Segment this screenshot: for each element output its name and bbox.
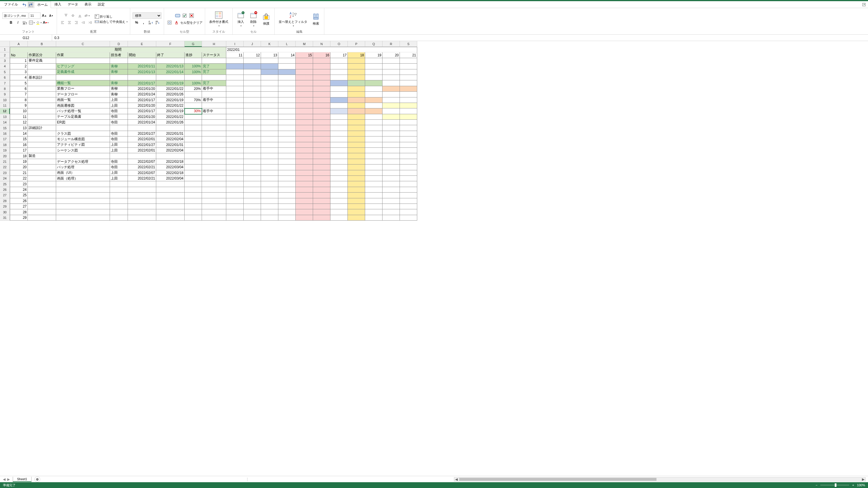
col-header[interactable]: E [128, 41, 156, 47]
cell-status[interactable] [202, 193, 226, 198]
gantt-cell[interactable] [226, 148, 244, 153]
cell-progress[interactable] [185, 125, 202, 131]
gantt-cell[interactable] [226, 142, 244, 148]
menu-file[interactable]: ファイル [1, 1, 21, 8]
cell-category[interactable] [28, 193, 56, 198]
formula-input[interactable]: 0.3 [52, 35, 868, 41]
cell-task[interactable]: バッチ処理一覧 [56, 108, 110, 114]
redo-icon[interactable] [28, 2, 34, 7]
cell-progress[interactable] [185, 170, 202, 176]
gantt-cell[interactable] [382, 187, 400, 193]
gantt-cell[interactable] [331, 131, 348, 136]
cell-no[interactable]: 24 [10, 187, 28, 193]
cell-end[interactable]: 2022/01/19 [156, 80, 185, 86]
cell-category[interactable] [28, 148, 56, 153]
gantt-cell[interactable] [331, 193, 348, 198]
gantt-cell[interactable] [261, 159, 278, 164]
cell-owner[interactable] [110, 153, 128, 159]
cell-category[interactable]: 要件定義 [28, 58, 56, 64]
cell-owner[interactable]: 青柳 [110, 64, 128, 69]
cell-no[interactable]: 19 [10, 159, 28, 164]
gantt-cell[interactable] [313, 75, 331, 80]
gantt-cell[interactable] [331, 86, 348, 92]
number-format-select[interactable]: 標準 [132, 12, 161, 19]
gantt-cell[interactable] [365, 108, 382, 114]
gantt-cell[interactable] [313, 153, 331, 159]
cell-category[interactable] [28, 69, 56, 75]
gantt-cell[interactable] [296, 148, 313, 153]
gantt-cell[interactable] [226, 108, 244, 114]
cell-start[interactable] [128, 215, 156, 221]
day-header[interactable]: 12 [244, 52, 261, 58]
gantt-cell[interactable] [296, 204, 313, 209]
gantt-cell[interactable] [244, 148, 261, 153]
gantt-cell[interactable] [278, 58, 296, 64]
cell-no[interactable]: 3 [10, 69, 28, 75]
col-header[interactable]: I [226, 41, 244, 47]
gantt-cell[interactable] [348, 108, 365, 114]
gantt-cell[interactable] [313, 142, 331, 148]
cell-task[interactable] [56, 204, 110, 209]
cell-owner[interactable]: 寺田 [110, 164, 128, 170]
gantt-cell[interactable] [331, 64, 348, 69]
cell-category[interactable] [28, 131, 56, 136]
gantt-cell[interactable] [400, 193, 417, 198]
gantt-cell[interactable] [261, 153, 278, 159]
gantt-cell[interactable] [348, 75, 365, 80]
col-header[interactable]: D [110, 41, 128, 47]
cell-status[interactable] [202, 164, 226, 170]
gantt-cell[interactable] [313, 170, 331, 176]
gantt-cell[interactable] [278, 64, 296, 69]
gantt-cell[interactable] [244, 75, 261, 80]
row-header[interactable]: 26 [0, 187, 10, 193]
gantt-cell[interactable] [278, 92, 296, 97]
gantt-cell[interactable] [382, 198, 400, 204]
protect-button[interactable]: 保護 [260, 11, 272, 27]
gantt-cell[interactable] [278, 193, 296, 198]
col-header[interactable]: A [10, 41, 28, 47]
gantt-cell[interactable] [296, 64, 313, 69]
gantt-cell[interactable] [400, 215, 417, 221]
cell-owner[interactable] [110, 58, 128, 64]
gantt-cell[interactable] [365, 159, 382, 164]
gantt-cell[interactable] [365, 215, 382, 221]
gantt-cell[interactable] [296, 108, 313, 114]
gantt-cell[interactable] [296, 198, 313, 204]
cell-progress[interactable] [185, 193, 202, 198]
cell-start[interactable] [128, 75, 156, 80]
row-header[interactable]: 27 [0, 193, 10, 198]
cell-status[interactable]: 完了 [202, 80, 226, 86]
gantt-cell[interactable] [313, 64, 331, 69]
gantt-cell[interactable] [244, 108, 261, 114]
gantt-cell[interactable] [331, 80, 348, 86]
gantt-cell[interactable] [296, 97, 313, 103]
gantt-cell[interactable] [382, 97, 400, 103]
scrollbar-thumb[interactable] [459, 478, 656, 481]
tab-prev-icon[interactable]: ◀ [3, 477, 5, 481]
gantt-cell[interactable] [348, 187, 365, 193]
gantt-cell[interactable] [313, 58, 331, 64]
gantt-cell[interactable] [348, 142, 365, 148]
cell-category[interactable] [28, 198, 56, 204]
gantt-cell[interactable] [278, 187, 296, 193]
col-header[interactable]: N [313, 41, 331, 47]
add-sheet-button[interactable]: ⊕ [34, 477, 40, 482]
period-header[interactable]: 期間 [10, 47, 226, 52]
cell-category[interactable] [28, 176, 56, 181]
cell-end[interactable]: 2022/02/04 [156, 148, 185, 153]
insert-button[interactable]: +挿入▾ [235, 10, 247, 28]
gantt-cell[interactable] [278, 75, 296, 80]
gantt-cell[interactable] [313, 120, 331, 125]
cell-status[interactable] [202, 187, 226, 193]
align-left-icon[interactable] [59, 20, 66, 26]
gantt-cell[interactable] [296, 209, 313, 215]
cell-task[interactable]: 業務フロー [56, 86, 110, 92]
gantt-cell[interactable] [244, 125, 261, 131]
align-center-icon[interactable] [66, 20, 73, 26]
gantt-cell[interactable] [278, 198, 296, 204]
cell-end[interactable]: 2022/02/18 [156, 170, 185, 176]
gantt-cell[interactable] [261, 170, 278, 176]
cell-start[interactable]: 2022/02/01 [128, 148, 156, 153]
gantt-cell[interactable] [331, 103, 348, 108]
gantt-cell[interactable] [348, 92, 365, 97]
